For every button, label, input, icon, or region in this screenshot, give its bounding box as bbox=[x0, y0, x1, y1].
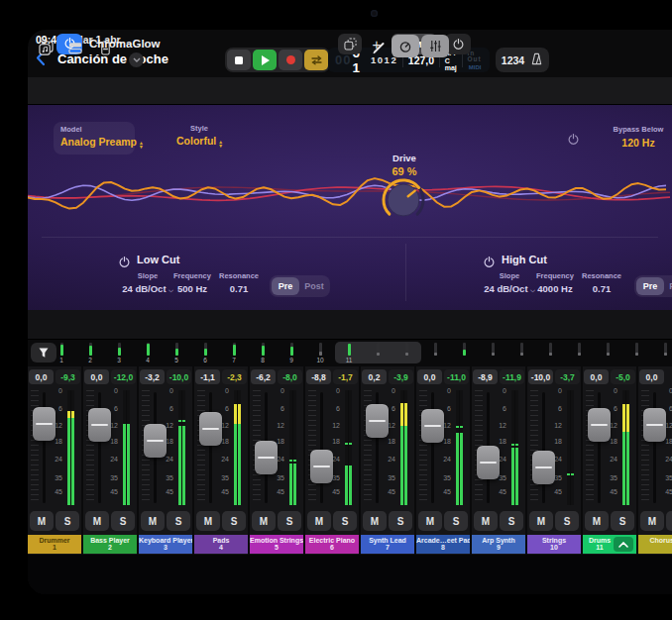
highcut-resonance[interactable]: Resonance 0.71 bbox=[569, 271, 634, 294]
solo-button[interactable]: S bbox=[666, 511, 672, 531]
play-button[interactable] bbox=[253, 50, 277, 70]
fader-cap[interactable] bbox=[477, 446, 500, 479]
overview-channel[interactable] bbox=[396, 343, 416, 357]
mute-button[interactable]: M bbox=[474, 511, 498, 531]
volume-readout[interactable]: 0,0 bbox=[84, 369, 109, 384]
stepper-icon[interactable]: ▴▾ bbox=[219, 140, 222, 148]
solo-button[interactable]: S bbox=[111, 511, 135, 531]
fader-cap[interactable] bbox=[366, 404, 389, 438]
channel-name-plate[interactable]: Strings10 bbox=[527, 535, 581, 554]
mute-button[interactable]: M bbox=[529, 511, 553, 531]
level-control[interactable]: Level 0.0 bbox=[647, 125, 672, 149]
fader-track[interactable] bbox=[320, 392, 323, 503]
style-selector[interactable]: Style Colorful▴▾ bbox=[155, 124, 244, 148]
controls-view-button[interactable] bbox=[392, 35, 419, 57]
mixer-view-button[interactable] bbox=[421, 35, 449, 57]
fader-cap[interactable] bbox=[532, 451, 555, 484]
overview-channel[interactable]: 6 bbox=[195, 343, 215, 363]
mute-button[interactable]: M bbox=[585, 511, 609, 531]
post-button[interactable]: Post bbox=[665, 277, 672, 295]
lowcut-resonance[interactable]: Resonance 0.71 bbox=[206, 271, 272, 294]
channel-name-plate[interactable]: Drums11 bbox=[583, 535, 636, 554]
volume-readout[interactable]: 0,2 bbox=[362, 369, 387, 384]
channel-name-plate[interactable]: Arcade…eet Pad8 bbox=[416, 535, 470, 554]
volume-readout[interactable]: 0,0 bbox=[584, 369, 609, 384]
solo-button[interactable]: S bbox=[167, 511, 190, 531]
fader-cap[interactable] bbox=[33, 407, 56, 441]
volume-readout[interactable]: 0,0 bbox=[417, 369, 442, 384]
mute-button[interactable]: M bbox=[418, 511, 442, 531]
fader-cap[interactable] bbox=[144, 424, 167, 458]
bypass-power-icon[interactable] bbox=[568, 131, 580, 143]
overview-channel[interactable]: 3 bbox=[109, 343, 129, 363]
overview-channel[interactable] bbox=[511, 343, 531, 357]
overview-channel[interactable] bbox=[454, 343, 474, 357]
collapse-chevron-icon[interactable] bbox=[614, 537, 633, 552]
fader-cap[interactable] bbox=[421, 409, 444, 443]
cycle-button[interactable] bbox=[304, 50, 328, 70]
fader-cap[interactable] bbox=[643, 408, 666, 442]
mute-button[interactable]: M bbox=[640, 511, 664, 531]
fader-cap[interactable] bbox=[199, 412, 222, 446]
overview-channel[interactable]: 2 bbox=[80, 343, 100, 363]
channel-name-plate[interactable]: Electric Piano6 bbox=[305, 535, 359, 554]
mute-button[interactable]: M bbox=[85, 511, 109, 531]
overview-channel[interactable] bbox=[483, 343, 503, 357]
overview-channel[interactable]: 5 bbox=[167, 343, 186, 363]
metronome-icon[interactable] bbox=[530, 52, 543, 69]
overview-channel[interactable] bbox=[569, 343, 589, 357]
fader-cap[interactable] bbox=[588, 408, 611, 442]
solo-button[interactable]: S bbox=[278, 511, 301, 531]
solo-button[interactable]: S bbox=[389, 511, 412, 531]
overview-channel[interactable] bbox=[598, 343, 617, 357]
volume-readout[interactable]: 0,0 bbox=[639, 369, 664, 384]
volume-readout[interactable]: -6,2 bbox=[251, 369, 276, 384]
mute-button[interactable]: M bbox=[252, 511, 276, 531]
count-in-button[interactable]: 1234 bbox=[502, 54, 524, 66]
overview-channel[interactable]: 1 bbox=[52, 343, 71, 363]
overview-channel[interactable] bbox=[655, 343, 672, 357]
mute-button[interactable]: M bbox=[196, 511, 220, 531]
channel-name-plate[interactable]: Synth Lead7 bbox=[361, 535, 414, 554]
overview-channel[interactable]: 7 bbox=[224, 343, 244, 363]
solo-button[interactable]: S bbox=[333, 511, 357, 531]
fader-track[interactable] bbox=[542, 392, 545, 503]
volume-readout[interactable]: -8,9 bbox=[473, 369, 498, 384]
record-button[interactable] bbox=[279, 50, 302, 70]
duplicate-button[interactable] bbox=[338, 34, 362, 54]
solo-button[interactable]: S bbox=[555, 511, 579, 531]
overview-channel[interactable]: 8 bbox=[253, 343, 273, 363]
overview-channel[interactable]: 9 bbox=[281, 343, 301, 363]
channel-name-plate[interactable]: Emotion Strings5 bbox=[250, 535, 303, 554]
channel-name-plate[interactable]: Chorus V bbox=[638, 535, 672, 554]
stop-button[interactable] bbox=[227, 50, 251, 70]
solo-button[interactable]: S bbox=[444, 511, 468, 531]
volume-readout[interactable]: 0,0 bbox=[29, 369, 54, 384]
overview-channel[interactable] bbox=[540, 343, 560, 357]
mute-button[interactable]: M bbox=[307, 511, 331, 531]
model-selector[interactable]: Model Analog Preamp▴▾ bbox=[54, 122, 135, 155]
solo-button[interactable]: S bbox=[500, 511, 523, 531]
overview-channel[interactable] bbox=[626, 343, 646, 357]
overview-channel[interactable] bbox=[425, 343, 445, 357]
volume-readout[interactable]: -10,0 bbox=[528, 369, 553, 384]
regions-view-button[interactable] bbox=[63, 37, 87, 58]
fader-cap[interactable] bbox=[88, 408, 111, 442]
pencil-tool-button[interactable] bbox=[367, 37, 391, 58]
volume-readout[interactable]: -3,2 bbox=[140, 369, 165, 384]
solo-button[interactable]: S bbox=[56, 511, 79, 531]
post-button[interactable]: Post bbox=[300, 277, 328, 295]
volume-readout[interactable]: -8,8 bbox=[306, 369, 331, 384]
overview-channel[interactable]: 11 bbox=[339, 343, 359, 363]
mute-button[interactable]: M bbox=[363, 511, 387, 531]
channel-name-plate[interactable]: Keyboard Player3 bbox=[139, 535, 192, 554]
overview-channel[interactable] bbox=[368, 343, 388, 357]
lowcut-power-icon[interactable] bbox=[119, 254, 131, 265]
highcut-power-icon[interactable] bbox=[484, 254, 496, 265]
mute-button[interactable]: M bbox=[141, 511, 165, 531]
fader-cap[interactable] bbox=[310, 450, 333, 483]
channel-name-plate[interactable]: Drummer1 bbox=[28, 535, 81, 554]
volume-readout[interactable]: -1,1 bbox=[195, 369, 220, 384]
fader-track[interactable] bbox=[209, 392, 212, 503]
stepper-icon[interactable]: ▴▾ bbox=[140, 141, 143, 149]
